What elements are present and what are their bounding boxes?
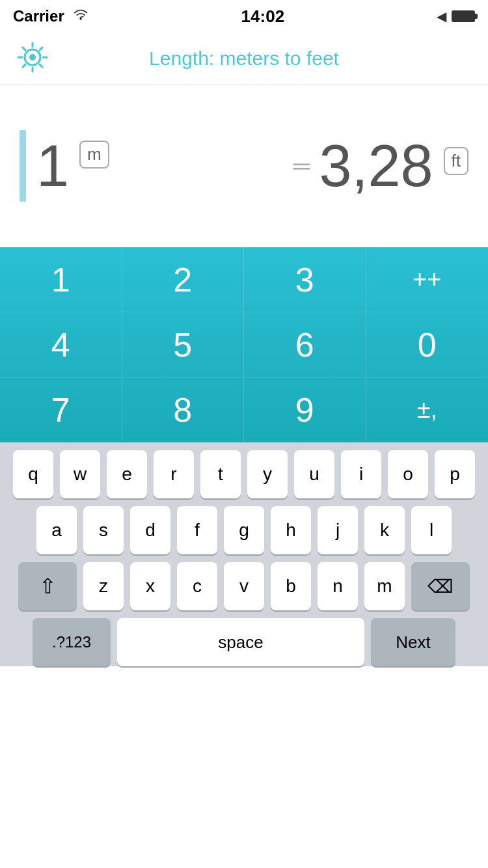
svg-line-9 bbox=[40, 47, 42, 49]
svg-line-7 bbox=[23, 47, 25, 49]
key-s[interactable]: s bbox=[83, 506, 124, 554]
key-j[interactable]: j bbox=[318, 506, 358, 554]
key-d[interactable]: d bbox=[130, 506, 170, 554]
key-v[interactable]: v bbox=[224, 562, 264, 610]
key-p[interactable]: p bbox=[435, 450, 475, 498]
numeric-keypad: 1 2 3 ++ 4 5 6 0 7 8 9 ±, bbox=[0, 247, 488, 442]
key-n[interactable]: n bbox=[318, 562, 358, 610]
svg-line-10 bbox=[23, 64, 25, 66]
key-c[interactable]: c bbox=[177, 562, 217, 610]
battery-icon bbox=[452, 10, 475, 22]
conversion-area: 1 m ═ 3,28 ft bbox=[0, 85, 488, 247]
output-unit-badge[interactable]: ft bbox=[444, 147, 468, 175]
key-a[interactable]: a bbox=[36, 506, 77, 554]
gear-icon[interactable] bbox=[13, 38, 52, 79]
key-w[interactable]: w bbox=[60, 450, 100, 498]
key-o[interactable]: o bbox=[388, 450, 428, 498]
key-k[interactable]: k bbox=[364, 506, 405, 554]
key-x[interactable]: x bbox=[130, 562, 170, 610]
input-value[interactable]: 1 bbox=[36, 137, 69, 195]
numpad-key-8[interactable]: 8 bbox=[122, 377, 245, 442]
key-t[interactable]: t bbox=[200, 450, 241, 498]
next-key[interactable]: Next bbox=[371, 618, 455, 666]
numpad-key-5[interactable]: 5 bbox=[122, 312, 245, 377]
key-e[interactable]: e bbox=[107, 450, 147, 498]
num-key[interactable]: .?123 bbox=[33, 618, 111, 666]
delete-icon: ⌫ bbox=[427, 576, 454, 597]
status-bar: Carrier 14:02 ◀ bbox=[0, 0, 488, 33]
keyboard-row-3: ⇧ z x c v b n m ⌫ bbox=[4, 562, 484, 610]
numpad-key-9[interactable]: 9 bbox=[244, 377, 366, 442]
space-key[interactable]: space bbox=[117, 618, 364, 666]
svg-point-2 bbox=[29, 54, 36, 61]
keyboard-row-2: a s d f g h j k l bbox=[4, 506, 484, 554]
key-q[interactable]: q bbox=[13, 450, 53, 498]
wifi-icon bbox=[71, 7, 89, 25]
numpad-key-0[interactable]: 0 bbox=[366, 312, 489, 377]
key-g[interactable]: g bbox=[224, 506, 264, 554]
key-f[interactable]: f bbox=[177, 506, 217, 554]
keyboard-row-4: .?123 space Next bbox=[4, 618, 484, 666]
input-section: 1 m bbox=[20, 130, 109, 202]
key-u[interactable]: u bbox=[294, 450, 334, 498]
numpad-key-1[interactable]: 1 bbox=[0, 247, 122, 312]
keyboard: q w e r t y u i o p a s d f g h j k l ⇧ … bbox=[0, 442, 488, 666]
location-icon: ◀ bbox=[437, 8, 446, 24]
numpad-key-2[interactable]: 2 bbox=[122, 247, 245, 312]
key-m[interactable]: m bbox=[364, 562, 405, 610]
time-display: 14:02 bbox=[241, 7, 285, 27]
numpad-key-plusplus[interactable]: ++ bbox=[366, 247, 489, 312]
key-y[interactable]: y bbox=[247, 450, 288, 498]
status-left: Carrier bbox=[13, 7, 89, 25]
equals-sign: ═ bbox=[293, 152, 309, 180]
key-l[interactable]: l bbox=[411, 506, 452, 554]
shift-key[interactable]: ⇧ bbox=[18, 562, 77, 610]
delete-key[interactable]: ⌫ bbox=[411, 562, 470, 610]
svg-point-0 bbox=[79, 18, 82, 20]
key-h[interactable]: h bbox=[271, 506, 311, 554]
svg-line-8 bbox=[40, 64, 42, 66]
numpad-key-6[interactable]: 6 bbox=[244, 312, 366, 377]
key-z[interactable]: z bbox=[83, 562, 124, 610]
key-r[interactable]: r bbox=[154, 450, 194, 498]
keyboard-row-1: q w e r t y u i o p bbox=[4, 450, 484, 498]
key-i[interactable]: i bbox=[341, 450, 381, 498]
numpad-key-4[interactable]: 4 bbox=[0, 312, 122, 377]
cursor-bar bbox=[20, 130, 26, 202]
numpad-key-7[interactable]: 7 bbox=[0, 377, 122, 442]
carrier-label: Carrier bbox=[13, 7, 64, 25]
equals-section: ═ 3,28 ft bbox=[109, 137, 468, 195]
status-right: ◀ bbox=[437, 8, 475, 24]
key-b[interactable]: b bbox=[271, 562, 311, 610]
input-unit-badge[interactable]: m bbox=[79, 141, 109, 169]
shift-icon: ⇧ bbox=[39, 574, 57, 599]
header-title: Length: meters to feet bbox=[52, 47, 436, 70]
numpad-key-3[interactable]: 3 bbox=[244, 247, 366, 312]
output-value: 3,28 bbox=[319, 137, 433, 195]
app-header: Length: meters to feet bbox=[0, 33, 488, 85]
numpad-key-plusminus-comma[interactable]: ±, bbox=[366, 377, 489, 442]
